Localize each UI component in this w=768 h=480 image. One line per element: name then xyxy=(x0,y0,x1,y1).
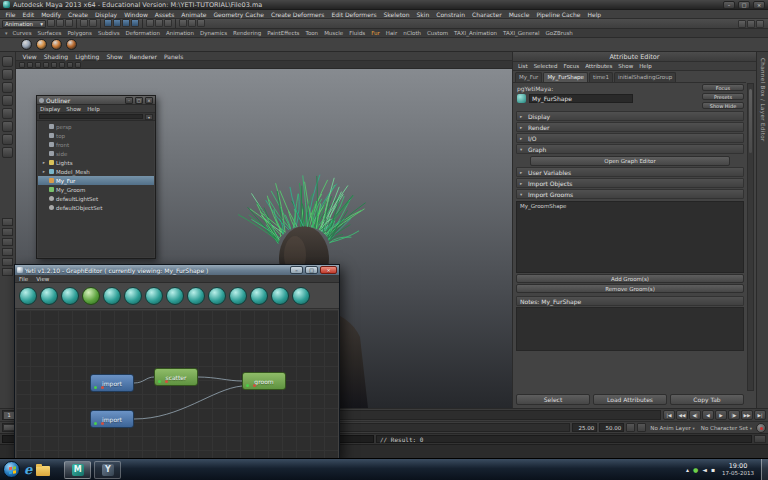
outliner-menu-item[interactable]: Display xyxy=(37,105,63,112)
outliner-maximize-button[interactable]: □ xyxy=(135,97,143,104)
viewport-menu-item[interactable]: Show xyxy=(103,52,126,60)
tray-icon-network-icon[interactable]: ▪ xyxy=(711,460,715,480)
ae-menu-item[interactable]: Attributes xyxy=(582,62,615,70)
yeti-toolbar-button-import[interactable] xyxy=(19,287,37,305)
outliner-row[interactable]: persp xyxy=(38,122,154,131)
yeti-graph-area[interactable]: importscattergroomimport xyxy=(16,310,338,458)
shelf-tab[interactable]: Fur xyxy=(368,29,383,37)
viewport-toolbar-icon[interactable] xyxy=(27,62,33,68)
yeti-graph-node-import[interactable]: import xyxy=(90,374,134,392)
outliner-row[interactable]: side xyxy=(38,149,154,158)
yeti-toolbar-button-clump[interactable] xyxy=(208,287,226,305)
outliner-row[interactable]: defaultObjectSet xyxy=(38,203,154,212)
status-icon[interactable] xyxy=(100,19,101,28)
shelf-icon-item-3[interactable] xyxy=(51,39,62,50)
menu-item[interactable]: Modify xyxy=(38,10,65,18)
shelf-tab[interactable]: Hair xyxy=(383,29,400,37)
show-desktop-button[interactable] xyxy=(761,459,768,480)
taskbar-app-button-maya[interactable]: M xyxy=(64,461,91,479)
yeti-close-button[interactable]: × xyxy=(320,266,337,274)
status-icon[interactable] xyxy=(188,19,196,27)
viewport-toolbar-icon[interactable] xyxy=(51,62,57,68)
window-titlebar[interactable]: Autodesk Maya 2013 x64 - Educational Ver… xyxy=(0,0,768,10)
yeti-menu-item[interactable]: View xyxy=(32,275,53,282)
section-render[interactable]: ▸Render xyxy=(516,122,744,132)
viewport-toolbar-icon[interactable] xyxy=(35,62,41,68)
yeti-graph-node-groom[interactable]: groom xyxy=(242,372,286,390)
outliner-row[interactable]: top xyxy=(38,131,154,140)
section-io[interactable]: ▸I/O xyxy=(516,133,744,143)
playback-button-step-back-frame[interactable]: ◀◀ xyxy=(676,410,688,420)
shelf-tab[interactable]: Surfaces xyxy=(35,29,65,37)
sound-icon[interactable] xyxy=(637,423,646,432)
shelf-tab[interactable]: Polygons xyxy=(64,29,94,37)
shelf-icon-item-2[interactable] xyxy=(36,39,47,50)
groom-list[interactable]: My_GroomShape xyxy=(516,201,744,273)
shelf-tab[interactable]: Fluids xyxy=(346,29,368,37)
layout-icon-single-pane[interactable] xyxy=(2,218,13,226)
menu-item[interactable]: Create xyxy=(65,10,92,18)
outliner-filter-dropdown[interactable]: ▾ xyxy=(145,114,153,120)
menu-set-selector[interactable]: Animation ▾ xyxy=(2,20,46,28)
menu-item[interactable]: Create Deformers xyxy=(267,10,327,18)
status-icon[interactable] xyxy=(89,19,97,27)
status-icon[interactable] xyxy=(155,19,163,27)
anim-layer-selector[interactable]: No Anim Layer ▾ xyxy=(648,425,696,431)
ae-menu-item[interactable]: Show xyxy=(615,62,636,70)
expand-icon[interactable]: ▸ xyxy=(41,160,47,165)
menu-item[interactable]: Assets xyxy=(151,10,178,18)
presets-button[interactable]: Presets xyxy=(702,93,744,100)
status-icon[interactable] xyxy=(175,19,176,28)
ae-scrollbar[interactable] xyxy=(747,83,754,391)
editor-toggle-icon[interactable] xyxy=(747,20,755,28)
select-button[interactable]: Select xyxy=(516,394,590,405)
shelf-tab[interactable]: Custom xyxy=(424,29,451,37)
outliner-menu-item[interactable]: Show xyxy=(63,105,84,112)
yeti-toolbar-button-grow[interactable] xyxy=(124,287,142,305)
notes-textarea[interactable] xyxy=(516,307,744,351)
yeti-toolbar-button-curl[interactable] xyxy=(229,287,247,305)
status-icon[interactable] xyxy=(179,19,187,27)
maximize-button[interactable]: □ xyxy=(738,1,750,9)
tool-icon-select[interactable] xyxy=(2,56,13,67)
section-display[interactable]: ▸Display xyxy=(516,111,744,121)
shelf-tab[interactable]: Toon xyxy=(302,29,321,37)
yeti-titlebar[interactable]: Yeti v1.2.10 - GraphEditor ( currently v… xyxy=(15,265,339,275)
yeti-toolbar-button-groom[interactable] xyxy=(82,287,100,305)
menu-item[interactable]: Pipeline Cache xyxy=(533,10,584,18)
shelf-icon-item-1[interactable] xyxy=(21,39,32,50)
layout-icon-four-view[interactable] xyxy=(2,228,13,236)
outliner-row[interactable]: ▸ Lights xyxy=(38,158,154,167)
playback-button-go-end[interactable]: ▶| xyxy=(754,410,766,420)
playback-button-play-backward[interactable]: ◀ xyxy=(702,410,714,420)
menu-item[interactable]: Window xyxy=(121,10,152,18)
section-user-variables[interactable]: ▸User Variables xyxy=(516,167,744,177)
menu-item[interactable]: Display xyxy=(92,10,121,18)
ae-menu-item[interactable]: Selected xyxy=(531,62,561,70)
menu-item[interactable]: Edit Deformers xyxy=(328,10,380,18)
status-icon[interactable] xyxy=(142,19,143,28)
yeti-toolbar-button-comb[interactable] xyxy=(145,287,163,305)
shelf-tab[interactable]: GoZBrush xyxy=(543,29,576,37)
shelf-tab[interactable]: TAXI_General xyxy=(500,29,543,37)
tray-icon-show-hidden-icon[interactable]: ▴ xyxy=(686,460,689,480)
layout-icon-split-vertical[interactable] xyxy=(2,258,13,266)
menu-item[interactable]: Constrain xyxy=(433,10,469,18)
viewport-toolbar-icon[interactable] xyxy=(75,62,81,68)
viewport-toolbar-icon[interactable] xyxy=(19,62,25,68)
outliner-menu-item[interactable]: Help xyxy=(84,105,103,112)
shelf-tab[interactable]: Muscle xyxy=(321,29,346,37)
shelf-tab[interactable]: Curves xyxy=(10,29,35,37)
remove-groom-button[interactable]: Remove Groom(s) xyxy=(516,284,744,293)
menu-item[interactable]: Geometry Cache xyxy=(210,10,267,18)
auto-keyframe-toggle[interactable] xyxy=(756,423,766,433)
tool-icon-paint-select[interactable] xyxy=(2,82,13,93)
viewport-toolbar-icon[interactable] xyxy=(43,62,49,68)
animation-end-field[interactable]: 50.00 xyxy=(599,423,624,432)
taskbar-app-button-graph-editor[interactable]: Y xyxy=(94,461,121,479)
yeti-graph-node-import[interactable]: import xyxy=(90,410,134,428)
yeti-maximize-button[interactable]: □ xyxy=(305,266,318,274)
shelf-tab[interactable]: Rendering xyxy=(230,29,264,37)
status-icon[interactable] xyxy=(104,19,112,27)
show-hide-button[interactable]: Show Hide xyxy=(702,102,744,109)
